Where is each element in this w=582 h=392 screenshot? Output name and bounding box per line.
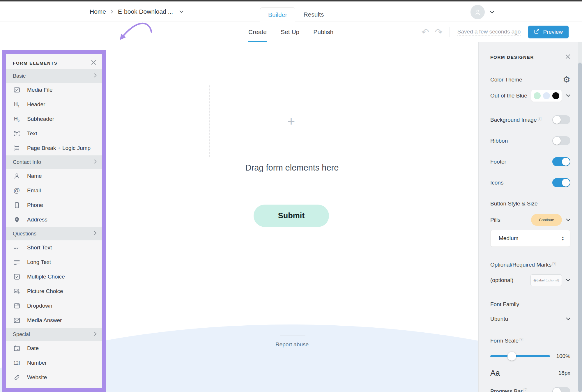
- sidebar-item-text[interactable]: Text: [6, 126, 102, 141]
- sidebar-item-name[interactable]: Name: [6, 169, 102, 183]
- toggle-knob: [553, 116, 561, 124]
- annotation-arrow: [114, 16, 158, 45]
- sidebar-item-label: Email: [27, 187, 41, 194]
- sidebar-section-questions[interactable]: Questions: [6, 227, 102, 240]
- progress-bar-label: Progress Bar[?]: [490, 388, 527, 392]
- account-chevron-down-icon[interactable]: [490, 10, 494, 15]
- sidebar-item-label: Number: [27, 360, 47, 366]
- sidebar-item-label: Media Answer: [27, 317, 62, 324]
- sidebar-item-label: Media File: [27, 87, 53, 93]
- scrollbar-thumb[interactable]: [578, 63, 582, 392]
- chevron-down-icon[interactable]: [566, 316, 570, 322]
- multiple-choice-icon: [13, 273, 21, 281]
- section-label: Contact Info: [13, 159, 41, 165]
- submit-button[interactable]: Submit: [254, 205, 329, 227]
- form-elements-title: FORM ELEMENTS: [13, 61, 57, 65]
- date-icon: [13, 345, 21, 352]
- phone-icon: [13, 201, 21, 209]
- marks-preview-chip: @Label (optional): [530, 274, 562, 286]
- sidebar-item-label: Phone: [27, 202, 43, 208]
- sidebar-item-phone[interactable]: Phone: [6, 198, 102, 212]
- button-size-select[interactable]: Medium ▴▾: [490, 230, 570, 247]
- sidebar-item-label: Subheader: [27, 116, 54, 122]
- avatar[interactable]: [470, 5, 485, 19]
- footer-label: Footer: [490, 159, 506, 165]
- media-answer-icon: [13, 317, 21, 324]
- picture-choice-icon: [13, 288, 21, 295]
- font-family-label: Font Family: [490, 301, 519, 308]
- sidebar-item-header[interactable]: H1Header: [6, 97, 102, 112]
- sidebar-item-website[interactable]: Website: [6, 370, 102, 385]
- number-icon: 12I: [13, 360, 21, 366]
- sidebar-item-email[interactable]: @Email: [6, 183, 102, 198]
- font-size-value: 18px: [558, 370, 570, 376]
- sidebar-section-contact-info[interactable]: Contact Info: [6, 155, 102, 169]
- help-marker[interactable]: [?]: [523, 388, 527, 392]
- address-icon: [13, 216, 21, 224]
- marks-value: (optional): [490, 277, 513, 283]
- chevron-down-icon[interactable]: [179, 10, 183, 13]
- sidebar-item-subheader[interactable]: H2Subheader: [6, 112, 102, 126]
- help-marker[interactable]: [?]: [538, 116, 542, 120]
- long-text-icon: [13, 258, 21, 266]
- footer-toggle[interactable]: [552, 157, 570, 166]
- background-image-toggle[interactable]: [552, 115, 570, 124]
- chevron-down-icon[interactable]: [566, 217, 570, 223]
- slider-knob[interactable]: [507, 352, 516, 361]
- sidebar-item-date[interactable]: Date: [6, 341, 102, 356]
- swatch-mint: [534, 92, 541, 99]
- sidebar-item-address[interactable]: Address: [6, 212, 102, 227]
- theme-swatches[interactable]: [531, 90, 562, 102]
- sidebar-item-long-text[interactable]: Long Text: [6, 255, 102, 269]
- gear-icon[interactable]: ⚙: [563, 75, 570, 84]
- text-icon: [13, 130, 21, 137]
- redo-icon[interactable]: ↷: [435, 28, 443, 37]
- sidebar-item-media-answer[interactable]: Media Answer: [6, 313, 102, 328]
- tab-publish[interactable]: Publish: [313, 22, 333, 42]
- progress-bar-toggle[interactable]: [552, 387, 570, 392]
- close-icon[interactable]: [91, 60, 96, 66]
- plus-icon: +: [287, 114, 295, 128]
- sidebar-section-basic[interactable]: Basic: [6, 69, 102, 83]
- chevron-down-icon[interactable]: [566, 93, 570, 98]
- sidebar-item-page-break-logic-jump[interactable]: Page Break + Logic Jump: [6, 141, 102, 155]
- ribbon-label: Ribbon: [490, 138, 508, 144]
- chevron-right-icon: [94, 231, 97, 236]
- sidebar-item-media-file[interactable]: Media File: [6, 83, 102, 97]
- tab-results[interactable]: Results: [295, 7, 332, 22]
- ribbon-toggle[interactable]: [552, 136, 570, 145]
- pills-preview-button: Continue: [531, 214, 562, 226]
- sidebar-item-label: Address: [27, 217, 47, 223]
- help-marker[interactable]: [?]: [519, 337, 523, 341]
- breadcrumb-home-link[interactable]: Home: [90, 8, 106, 15]
- dropzone[interactable]: +: [209, 85, 373, 157]
- undo-icon[interactable]: ↶: [422, 28, 429, 37]
- tab-set-up[interactable]: Set Up: [281, 22, 299, 42]
- tab-create[interactable]: Create: [248, 22, 267, 42]
- form-scale-slider[interactable]: [490, 355, 550, 357]
- sidebar-item-label: Long Text: [27, 259, 51, 265]
- close-icon[interactable]: [565, 54, 570, 60]
- preview-button[interactable]: Preview: [528, 26, 569, 38]
- pills-label: Pills: [490, 217, 500, 223]
- icons-toggle[interactable]: [552, 178, 570, 187]
- help-marker[interactable]: [?]: [552, 261, 556, 265]
- sidebar-section-special[interactable]: Special: [6, 328, 102, 341]
- sidebar-item-number[interactable]: 12INumber: [6, 356, 102, 370]
- chevron-right-icon: [111, 10, 113, 14]
- sidebar-item-short-text[interactable]: Short Text: [6, 240, 102, 255]
- panel-scrollbar[interactable]: [578, 42, 582, 392]
- toggle-knob: [553, 137, 561, 145]
- tab-builder[interactable]: Builder: [260, 7, 295, 22]
- sidebar-item-label: Short Text: [27, 244, 52, 251]
- section-label: Special: [13, 331, 30, 338]
- sidebar-item-picture-choice[interactable]: Picture Choice: [6, 284, 102, 299]
- form-scale-label: Form Scale[?]: [490, 337, 523, 344]
- chevron-down-icon[interactable]: [566, 278, 570, 283]
- sidebar-item-dropdown[interactable]: Dropdown: [6, 299, 102, 313]
- media-file-icon: [13, 86, 21, 94]
- website-icon: [13, 374, 21, 381]
- sidebar-item-multiple-choice[interactable]: Multiple Choice: [6, 269, 102, 284]
- sidebar-item-label: Dropdown: [27, 303, 52, 309]
- breadcrumb-form-name[interactable]: E-book Download ...: [118, 8, 173, 15]
